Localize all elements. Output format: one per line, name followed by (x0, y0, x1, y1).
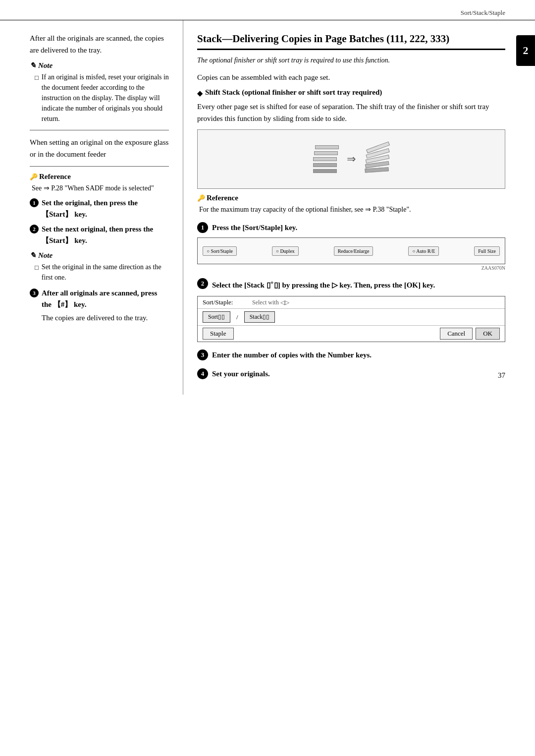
stack-box: Stack▯▯ (244, 311, 275, 323)
diamond-body: Every other page set is shifted for ease… (197, 101, 505, 124)
step-circle-1: 1 (30, 198, 39, 207)
panel-btn-auto: ○ Auto R/E (408, 246, 439, 256)
right-step2-text: Select the [Stack ▯+▯] by pressing the ▷… (212, 278, 435, 291)
step3-label: After all originals are scanned, press t… (42, 288, 169, 310)
right-step1-text: Press the [Sort/Staple] key. (212, 222, 297, 233)
panel-btn-sort: ○ Sort/Staple (203, 246, 237, 256)
num-circle-1: 1 (197, 222, 208, 233)
num-circle-4: 4 (197, 368, 208, 379)
num-circle-3: 3 (197, 349, 208, 360)
sort-staple-dialog: Sort/Staple: Select with ◁▷ Sort▯▯ / Sta… (197, 296, 505, 342)
panel-btn-reduce: Reduce/Enlarge (334, 246, 374, 256)
page-layout: After all the originals are scanned, the… (0, 20, 535, 395)
diamond-heading: Shift Stack (optional finisher or shift … (197, 88, 505, 98)
left-step-1: 1 Set the original, then press the 【Star… (30, 197, 169, 220)
dialog-buttons-row: Staple Cancel OK (198, 326, 505, 342)
header-title: Sort/Stack/Staple (461, 9, 505, 17)
right-step4-text: Set your originals. (212, 368, 270, 380)
paper-2 (314, 151, 338, 155)
step-circle-3: 3 (30, 289, 39, 297)
step2-label: Set the next original, then press the 【S… (42, 224, 169, 246)
step1-label: Set the original, then press the 【Start】… (42, 197, 169, 220)
right-column: 2 Stack—Delivering Copies in Page Batche… (183, 20, 535, 395)
note-item-1: If an original is misfed, reset your ori… (35, 72, 169, 124)
chapter-tab: 2 (516, 35, 535, 66)
reference-text-1: See ⇒ P.28 "When SADF mode is selected" (32, 183, 169, 193)
dialog-sort-staple-label: Sort/Staple: (203, 298, 252, 306)
body-text-1: Copies can be assembled with each page s… (197, 71, 505, 83)
stack-illustration: ⇒ (197, 129, 505, 189)
page-number: 37 (498, 371, 505, 380)
control-panel-image: ○ Sort/Staple ○ Duplex Reduce/Enlarge ○ … (197, 237, 505, 264)
divider-1 (30, 130, 169, 130)
left-column: After all the originals are scanned, the… (0, 20, 183, 395)
stack-inner: ⇒ (198, 130, 505, 188)
staple-button[interactable]: Staple (203, 328, 234, 340)
panel-btn-duplex: ○ Duplex (272, 246, 299, 256)
left-step-3: 3 After all originals are scanned, press… (30, 288, 169, 310)
note-label-2: Note (30, 251, 169, 260)
reference-section-2: Reference For the maximum tray capacity … (197, 194, 505, 215)
page-header: Sort/Stack/Staple (0, 0, 535, 20)
dialog-slash: / (236, 313, 238, 321)
arrow-right-icon: ⇒ (347, 153, 356, 166)
dialog-header-row: Sort/Staple: Select with ◁▷ (198, 296, 505, 309)
paper-3 (313, 157, 337, 161)
stack-papers-right (363, 144, 392, 174)
cancel-button[interactable]: Cancel (440, 328, 473, 340)
left-step-2: 2 Set the next original, then press the … (30, 224, 169, 246)
panel-btn-full: Full Size (474, 246, 500, 256)
setting-heading: When setting an original on the exposure… (30, 136, 169, 160)
dialog-select-hint: Select with ◁▷ (252, 299, 289, 306)
note-section-2: Note Set the original in the same direct… (30, 251, 169, 283)
panel-caption: ZAAS070N (197, 265, 505, 271)
step3-body: The copies are delivered to the tray. (42, 312, 169, 324)
reference-label-2: Reference (197, 194, 505, 202)
right-step-3: 3 Enter the number of copies with the Nu… (197, 349, 505, 361)
divider-2 (30, 166, 169, 167)
ok-button[interactable]: OK (476, 328, 500, 340)
sort-box: Sort▯▯ (203, 311, 230, 323)
note-section-1: Note If an original is misfed, reset you… (30, 61, 169, 124)
reference-label-1: Reference (30, 173, 169, 181)
stack-papers-left (313, 145, 337, 173)
section-title: Stack—Delivering Copies in Page Batches … (197, 32, 505, 50)
step-circle-2: 2 (30, 225, 39, 233)
italic-note: The optional finisher or shift sort tray… (197, 55, 505, 65)
paper-4 (313, 163, 337, 167)
right-step-4: 4 Set your originals. (197, 368, 505, 380)
reference-body-1: For the maximum tray capacity of the opt… (199, 204, 505, 215)
right-step-1: 1 Press the [Sort/Staple] key. (197, 222, 505, 233)
note-item-2: Set the original in the same direction a… (35, 262, 169, 283)
note-label-1: Note (30, 61, 169, 70)
paper-r5 (365, 168, 388, 173)
right-step3-text: Enter the number of copies with the Numb… (212, 349, 372, 361)
paper-5 (313, 169, 337, 173)
left-intro-text: After all the originals are scanned, the… (30, 32, 169, 56)
paper-1 (315, 145, 339, 149)
dialog-sort-row: Sort▯▯ / Stack▯▯ (198, 309, 505, 326)
right-step-2: 2 Select the [Stack ▯+▯] by pressing the… (197, 278, 505, 291)
num-circle-2: 2 (197, 278, 208, 289)
reference-section-1: Reference See ⇒ P.28 "When SADF mode is … (30, 173, 169, 193)
